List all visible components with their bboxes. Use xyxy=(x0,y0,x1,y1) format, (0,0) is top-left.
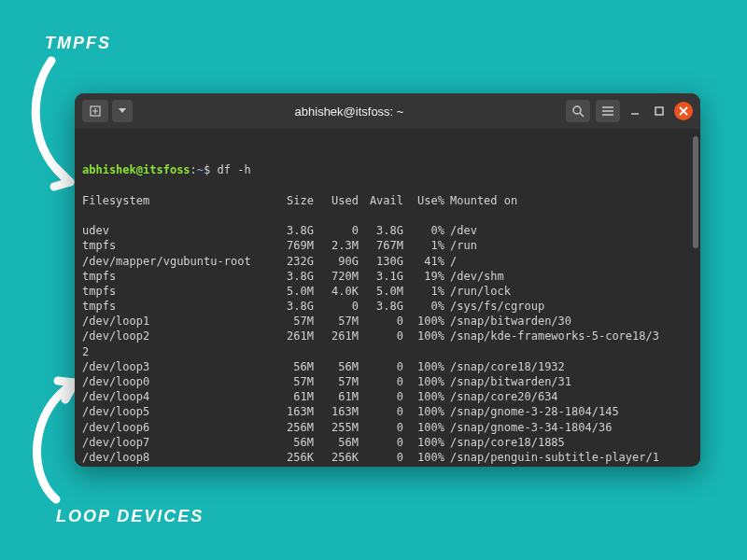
table-row: /dev/loop756M56M0100%/snap/core18/1885 xyxy=(82,435,693,450)
titlebar: abhishek@itsfoss: ~ xyxy=(75,93,700,129)
table-row: /dev/loop461M61M0100%/snap/core20/634 xyxy=(82,389,693,404)
menu-button[interactable] xyxy=(596,100,620,122)
new-tab-button[interactable] xyxy=(82,100,108,122)
close-button[interactable] xyxy=(674,102,693,120)
prompt-line: abhishek@itsfoss:~$ df -h xyxy=(82,162,693,177)
table-header: FilesystemSize Used Avail Use%Mounted on xyxy=(82,193,693,208)
table-row: tmpfs769M2.3M767M1%/run xyxy=(82,238,693,253)
table-row: /dev/mapper/vgubuntu-root232G90G130G41%/ xyxy=(82,254,693,269)
table-row: tmpfs3.8G03.8G0%/sys/fs/cgroup xyxy=(82,299,693,314)
table-row: tmpfs5.0M4.0K5.0M1%/run/lock xyxy=(82,284,693,299)
svg-rect-9 xyxy=(655,107,663,115)
svg-line-4 xyxy=(580,113,584,117)
annotation-tmpfs: TMPFS xyxy=(45,34,111,53)
table-row: 6 xyxy=(82,465,693,467)
table-row: /dev/loop057M57M0100%/snap/bitwarden/31 xyxy=(82,374,693,389)
maximize-button[interactable] xyxy=(650,102,669,120)
table-row: udev3.8G03.8G0%/dev xyxy=(82,223,693,238)
scrollbar[interactable] xyxy=(693,136,698,248)
window-title: abhishek@itsfoss: ~ xyxy=(138,105,560,119)
table-row: /dev/loop6256M255M0100%/snap/gnome-3-34-… xyxy=(82,420,693,435)
terminal-body[interactable]: abhishek@itsfoss:~$ df -h FilesystemSize… xyxy=(75,129,700,467)
command-text: df -h xyxy=(218,163,251,176)
table-row: /dev/loop2261M261M0100%/snap/kde-framewo… xyxy=(82,329,693,343)
dropdown-button[interactable] xyxy=(112,100,133,122)
table-row: /dev/loop5163M163M0100%/snap/gnome-3-28-… xyxy=(82,404,693,419)
table-row: /dev/loop8256K256K0100%/snap/penguin-sub… xyxy=(82,450,693,465)
svg-point-3 xyxy=(573,106,581,114)
table-row: 2 xyxy=(82,344,693,359)
table-row: /dev/loop157M57M0100%/snap/bitwarden/30 xyxy=(82,314,693,329)
table-row: tmpfs3.8G720M3.1G19%/dev/shm xyxy=(82,269,693,284)
search-button[interactable] xyxy=(566,100,590,122)
minimize-button[interactable] xyxy=(626,102,644,120)
terminal-window: abhishek@itsfoss: ~ abhishek@itsfoss:~$ … xyxy=(75,93,700,467)
annotation-loop-devices: LOOP DEVICES xyxy=(56,507,204,526)
table-row: /dev/loop356M56M0100%/snap/core18/1932 xyxy=(82,359,693,374)
